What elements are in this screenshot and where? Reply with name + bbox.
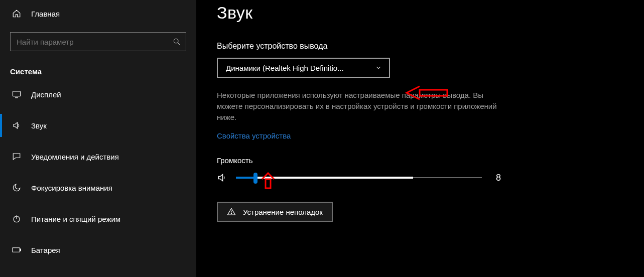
sidebar-category-title: Система <box>10 67 196 76</box>
sidebar-item-label: Питание и спящий режим <box>31 215 120 223</box>
warning-icon <box>227 207 236 216</box>
slider-track-fill <box>236 177 255 179</box>
volume-row: 8 <box>217 172 624 184</box>
annotation-arrow-up <box>261 172 276 189</box>
device-properties-link[interactable]: Свойства устройства <box>217 131 291 140</box>
sidebar-item-power[interactable]: Питание и спящий режим <box>0 203 196 234</box>
troubleshoot-button[interactable]: Устранение неполадок <box>217 202 333 222</box>
sound-icon <box>12 121 21 130</box>
output-device-dropdown[interactable]: Динамики (Realtek High Definitio... <box>217 58 390 78</box>
troubleshoot-label: Устранение неполадок <box>243 208 323 216</box>
slider-thumb[interactable] <box>253 173 257 184</box>
chevron-down-icon <box>375 64 382 71</box>
volume-value: 8 <box>496 173 501 183</box>
sidebar-item-focus[interactable]: Фокусировка внимания <box>0 172 196 203</box>
sidebar-nav: Дисплей Звук Уведомления и действия Фоку… <box>0 79 196 265</box>
svg-rect-2 <box>13 91 21 96</box>
sidebar-item-label: Уведомления и действия <box>31 153 119 161</box>
svg-point-0 <box>174 39 178 43</box>
display-icon <box>12 90 21 99</box>
focus-icon <box>12 183 21 192</box>
page-title: Звук <box>217 3 624 23</box>
sidebar-item-sound[interactable]: Звук <box>0 110 196 141</box>
sidebar-item-label: Дисплей <box>31 90 61 99</box>
svg-point-9 <box>231 213 231 214</box>
svg-line-1 <box>178 43 180 45</box>
volume-label: Громкость <box>217 156 624 165</box>
sidebar-item-label: Батарея <box>31 246 60 254</box>
sidebar: Главная Система Дисплей Звук Уведомления… <box>0 0 197 277</box>
sidebar-item-home[interactable]: Главная <box>0 0 196 27</box>
sidebar-item-label: Звук <box>31 121 47 130</box>
sidebar-item-battery[interactable]: Батарея <box>0 234 196 265</box>
search-icon <box>173 38 181 46</box>
main-content: Звук Выберите устройство вывода Динамики… <box>197 0 644 277</box>
svg-rect-7 <box>20 249 21 251</box>
sidebar-item-display[interactable]: Дисплей <box>0 79 196 110</box>
svg-rect-11 <box>266 179 271 188</box>
power-icon <box>12 214 21 223</box>
sidebar-item-label: Фокусировка внимания <box>31 184 112 192</box>
annotation-arrow-right <box>404 84 449 101</box>
home-icon <box>12 9 21 18</box>
svg-rect-10 <box>420 90 447 96</box>
svg-rect-6 <box>13 248 20 252</box>
speaker-icon[interactable] <box>217 173 227 183</box>
search-input-wrap[interactable] <box>10 32 186 51</box>
battery-icon <box>12 245 21 254</box>
output-help-text: Некоторые приложения используют настраив… <box>217 90 498 122</box>
slider-track-remaining <box>255 177 413 179</box>
sidebar-item-notifications[interactable]: Уведомления и действия <box>0 141 196 172</box>
notify-icon <box>12 152 21 161</box>
output-device-selected: Динамики (Realtek High Definitio... <box>226 64 344 72</box>
output-device-label: Выберите устройство вывода <box>217 42 624 51</box>
sidebar-home-label: Главная <box>31 10 60 18</box>
search-input[interactable] <box>17 38 173 46</box>
